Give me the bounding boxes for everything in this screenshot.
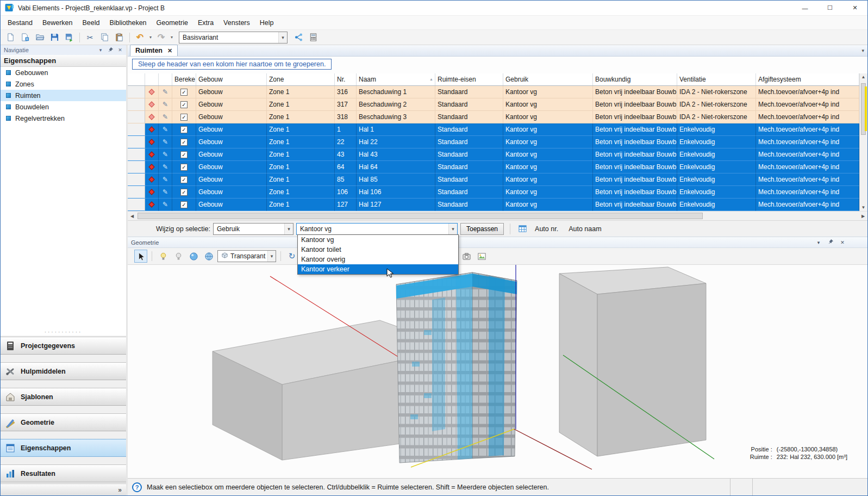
menu-vensters[interactable]: Vensters [218, 17, 255, 29]
column-header-bereke[interactable]: Bereke [172, 73, 196, 85]
row-selector[interactable] [128, 136, 145, 148]
row-selector[interactable] [128, 186, 145, 199]
column-header-afgiftesysteem[interactable]: Afgiftesysteem [756, 73, 859, 85]
edit-pencil-icon[interactable]: ✎ [159, 199, 172, 211]
nav-item-ruimten[interactable]: Ruimten [1, 90, 126, 101]
copy-icon[interactable] [98, 31, 111, 44]
camera-icon[interactable] [460, 250, 473, 263]
room-marker-diamond-icon[interactable] [145, 186, 159, 199]
minimize-button[interactable]: — [792, 1, 817, 15]
light-icon[interactable] [157, 250, 170, 263]
close-icon[interactable]: ✕ [117, 47, 123, 53]
bereke-checkbox[interactable]: ✓ [172, 123, 196, 136]
scroll-up-icon[interactable]: ▲ [860, 75, 867, 79]
row-selector[interactable] [128, 123, 145, 136]
vertical-scrollbar[interactable]: ▲ ▼ [859, 73, 867, 211]
column-header-gebouw[interactable]: Gebouw [196, 73, 267, 85]
new-variant-icon[interactable] [18, 31, 32, 44]
scrollbar-thumb[interactable] [138, 213, 703, 219]
table-row[interactable]: ✎✓GebouwZone 1106Hal 106StandaardKantoor… [128, 186, 859, 199]
table-row[interactable]: ✎✓GebouwZone 185Hal 85StandaardKantoor v… [128, 173, 859, 186]
sidebar-button-eigenschappen[interactable]: Eigenschappen [1, 439, 126, 457]
pin-icon[interactable] [107, 47, 114, 54]
edit-pencil-icon[interactable]: ✎ [159, 86, 172, 98]
nav-item-zones[interactable]: Zones [1, 78, 126, 90]
bereke-checkbox[interactable]: ✓ [172, 173, 196, 186]
menu-bewerken[interactable]: Bewerken [38, 17, 78, 29]
save-icon[interactable] [48, 31, 61, 44]
room-marker-diamond-icon[interactable] [145, 98, 159, 111]
edit-pencil-icon[interactable]: ✎ [159, 123, 172, 136]
row-selector[interactable] [128, 173, 145, 186]
bereke-checkbox[interactable]: ✓ [172, 111, 196, 123]
chevron-down-icon[interactable]: ▾ [97, 47, 104, 53]
splitter-handle[interactable]: ··········· [1, 330, 126, 336]
menu-bestand[interactable]: Bestand [3, 17, 38, 29]
building-right[interactable] [559, 267, 706, 456]
dropdown-option-kantoor-toilet[interactable]: Kantoor toilet [298, 245, 458, 255]
shaded-view-icon[interactable] [187, 250, 200, 263]
edit-pencil-icon[interactable]: ✎ [159, 173, 172, 186]
room-marker-diamond-icon[interactable] [145, 148, 159, 161]
nav-item-regelvertrekken[interactable]: Regelvertrekken [1, 113, 126, 124]
room-marker-diamond-icon[interactable] [145, 111, 159, 123]
display-mode-combo[interactable]: Transparant ▾ [217, 250, 276, 262]
row-selector[interactable] [128, 199, 145, 211]
table-row[interactable]: ✎✓GebouwZone 1127Hal 127StandaardKantoor… [128, 199, 859, 211]
room-marker-diamond-icon[interactable] [145, 199, 159, 211]
auto-nr-button[interactable]: Auto nr. [531, 225, 562, 233]
variant-combobox[interactable]: Basisvariant ▾ [179, 32, 288, 44]
row-selector[interactable] [128, 86, 145, 98]
close-icon[interactable]: ✕ [839, 240, 846, 245]
maximize-button[interactable]: ☐ [817, 1, 842, 15]
group-area[interactable]: Sleep de header van een kolom hier naart… [128, 57, 867, 73]
field-dropdown[interactable]: Gebruik ▾ [213, 223, 294, 235]
column-header-naam[interactable]: Naam▲ [357, 73, 435, 85]
room-marker-diamond-icon[interactable] [145, 123, 159, 136]
scroll-down-icon[interactable]: ▼ [860, 205, 867, 210]
value-combobox[interactable]: Kantoor vg ▾ [296, 223, 458, 235]
rotate-icon[interactable]: ↻ [285, 250, 298, 263]
dropdown-option-kantoor-verkeer[interactable]: Kantoor verkeer [298, 264, 458, 274]
table-row[interactable]: ✎✓GebouwZone 1318Beschaduwing 3Standaard… [128, 111, 859, 123]
column-header-ventilatie[interactable]: Ventilatie [677, 73, 756, 85]
scroll-right-icon[interactable]: ▶ [859, 212, 867, 220]
apply-button[interactable]: Toepassen [460, 223, 504, 235]
edit-pencil-icon[interactable]: ✎ [159, 98, 172, 111]
dropdown-option-kantoor-overig[interactable]: Kantoor overig [298, 255, 458, 264]
bereke-checkbox[interactable]: ✓ [172, 161, 196, 173]
row-selector[interactable] [128, 161, 145, 173]
tab-list-icon[interactable]: ▾ [861, 48, 864, 53]
sidebar-button-resultaten[interactable]: Resultaten [1, 464, 126, 482]
bereke-checkbox[interactable]: ✓ [172, 186, 196, 199]
bereke-checkbox[interactable]: ✓ [172, 136, 196, 148]
cut-icon[interactable]: ✂ [83, 31, 97, 44]
row-selector[interactable] [128, 148, 145, 161]
calculator-icon[interactable] [307, 31, 320, 44]
room-marker-diamond-icon[interactable] [145, 136, 159, 148]
share-icon[interactable] [292, 31, 305, 44]
menu-beeld[interactable]: Beeld [77, 17, 104, 29]
table-row[interactable]: ✎✓GebouwZone 1317Beschaduwing 2Standaard… [128, 98, 859, 111]
chevron-down-icon[interactable]: ▾ [815, 240, 822, 245]
export-icon[interactable] [63, 31, 76, 44]
bereke-checkbox[interactable]: ✓ [172, 199, 196, 211]
edit-pencil-icon[interactable]: ✎ [159, 186, 172, 199]
edit-pencil-icon[interactable]: ✎ [159, 111, 172, 123]
tab-close-icon[interactable]: ✕ [167, 47, 172, 54]
column-header-bouwkundig[interactable]: Bouwkundig [593, 73, 677, 85]
auto-table-icon[interactable] [516, 223, 528, 235]
3d-viewport[interactable]: Positie :(-25800,-13000,34858) Ruimte :2… [128, 265, 867, 478]
tab-ruimten[interactable]: Ruimten ✕ [130, 45, 178, 56]
nav-item-bouwdelen[interactable]: Bouwdelen [1, 101, 126, 113]
row-selector[interactable] [128, 111, 145, 123]
nav-item-gebouwen[interactable]: Gebouwen [1, 67, 126, 78]
bulb-icon[interactable] [172, 250, 185, 263]
room-marker-diamond-icon[interactable] [145, 86, 159, 98]
paste-icon[interactable] [113, 31, 126, 44]
redo-dropdown-icon[interactable]: ▾ [169, 35, 174, 40]
table-row[interactable]: ✎✓GebouwZone 122Hal 22StandaardKantoor v… [128, 136, 859, 148]
edit-pencil-icon[interactable]: ✎ [159, 136, 172, 148]
horizontal-scrollbar[interactable]: ◀ ▶ [128, 211, 867, 220]
close-button[interactable]: ✕ [842, 1, 867, 15]
